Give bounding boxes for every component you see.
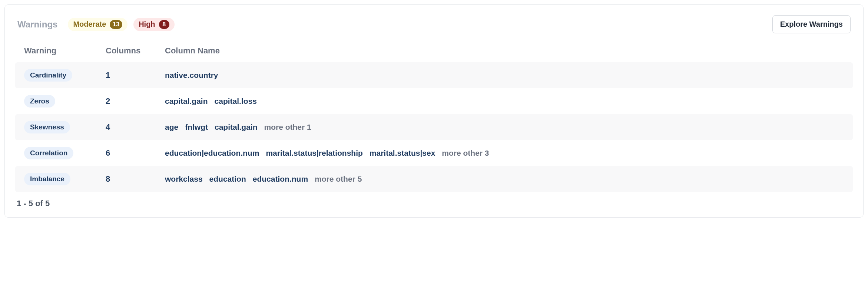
column-name-item[interactable]: age xyxy=(165,123,178,132)
cell-column-count: 1 xyxy=(106,70,165,80)
header-row: Warnings Moderate 13 High 8 Explore Warn… xyxy=(15,15,853,33)
cell-warning: Zeros xyxy=(24,95,106,108)
cell-warning: Imbalance xyxy=(24,173,106,185)
cell-warning: Skewness xyxy=(24,121,106,133)
more-other-link[interactable]: more other 5 xyxy=(315,175,362,184)
th-warning: Warning xyxy=(24,46,106,56)
explore-warnings-button[interactable]: Explore Warnings xyxy=(772,15,851,33)
table-row: Cardinality1native.country xyxy=(15,62,853,88)
column-name-item[interactable]: capital.gain xyxy=(215,123,258,132)
cell-warning: Cardinality xyxy=(24,69,106,82)
cell-column-count: 2 xyxy=(106,96,165,106)
more-other-link[interactable]: more other 1 xyxy=(264,123,311,132)
more-other-link[interactable]: more other 3 xyxy=(442,149,489,158)
filter-high-count: 8 xyxy=(159,20,169,29)
header-left: Warnings Moderate 13 High 8 xyxy=(17,18,175,31)
column-name-item[interactable]: capital.loss xyxy=(215,97,257,106)
panel-title: Warnings xyxy=(17,19,57,30)
table-row: Skewness4agefnlwgtcapital.gainmore other… xyxy=(15,114,853,140)
warnings-table: Warning Columns Column Name Cardinality1… xyxy=(15,41,853,192)
table-row: Zeros2capital.gaincapital.loss xyxy=(15,88,853,114)
column-name-item[interactable]: fnlwgt xyxy=(185,123,208,132)
column-name-item[interactable]: native.country xyxy=(165,71,218,80)
filter-moderate-label: Moderate xyxy=(73,20,106,29)
warning-chip[interactable]: Skewness xyxy=(24,121,70,133)
cell-column-count: 4 xyxy=(106,122,165,132)
cell-column-names: agefnlwgtcapital.gainmore other 1 xyxy=(165,123,844,132)
column-name-item[interactable]: education.num xyxy=(253,175,308,184)
cell-column-count: 6 xyxy=(106,148,165,158)
th-column-name: Column Name xyxy=(165,46,844,56)
filter-pills: Moderate 13 High 8 xyxy=(68,18,174,31)
column-name-item[interactable]: capital.gain xyxy=(165,97,208,106)
th-columns: Columns xyxy=(106,46,165,56)
cell-column-names: workclasseducationeducation.nummore othe… xyxy=(165,175,844,184)
table-body: Cardinality1native.countryZeros2capital.… xyxy=(15,62,853,192)
table-header: Warning Columns Column Name xyxy=(15,41,853,62)
column-name-item[interactable]: marital.status|relationship xyxy=(266,149,362,158)
warnings-card: Warnings Moderate 13 High 8 Explore Warn… xyxy=(4,4,864,218)
warning-chip[interactable]: Cardinality xyxy=(24,69,72,82)
warning-chip[interactable]: Imbalance xyxy=(24,173,70,185)
cell-column-names: education|education.nummarital.status|re… xyxy=(165,149,844,158)
filter-moderate[interactable]: Moderate 13 xyxy=(68,18,127,31)
column-name-item[interactable]: workclass xyxy=(165,175,203,184)
warning-chip[interactable]: Zeros xyxy=(24,95,55,108)
column-name-item[interactable]: education xyxy=(209,175,246,184)
filter-moderate-count: 13 xyxy=(110,20,122,29)
column-name-item[interactable]: marital.status|sex xyxy=(370,149,435,158)
table-row: Correlation6education|education.nummarit… xyxy=(15,140,853,166)
column-name-item[interactable]: education|education.num xyxy=(165,149,259,158)
cell-column-names: capital.gaincapital.loss xyxy=(165,97,844,106)
warning-chip[interactable]: Correlation xyxy=(24,147,73,159)
filter-high-label: High xyxy=(139,20,155,29)
cell-column-count: 8 xyxy=(106,174,165,184)
cell-warning: Correlation xyxy=(24,147,106,159)
cell-column-names: native.country xyxy=(165,71,844,80)
table-row: Imbalance8workclasseducationeducation.nu… xyxy=(15,166,853,192)
pagination-range: 1 - 5 of 5 xyxy=(15,199,853,208)
filter-high[interactable]: High 8 xyxy=(133,18,174,31)
